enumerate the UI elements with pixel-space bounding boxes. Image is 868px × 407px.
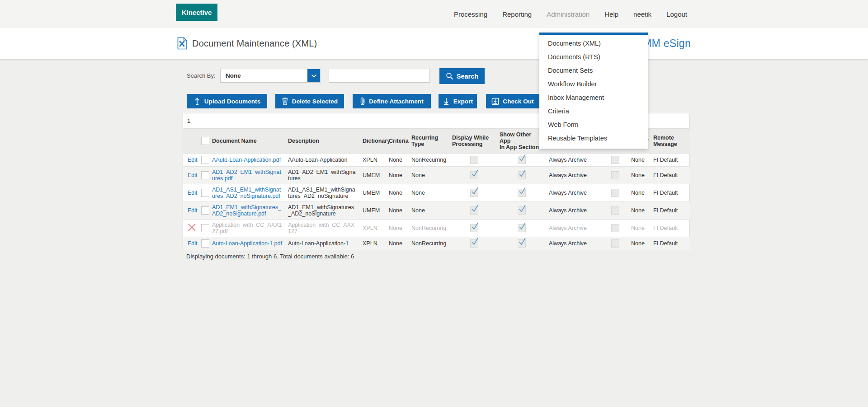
checked-indicator [518, 189, 526, 197]
unchecked-indicator [611, 156, 619, 164]
cell-action: Edit [183, 184, 199, 202]
cell-dictionary: XPLN [361, 154, 387, 167]
cell-select [199, 202, 209, 220]
kinective-logo: Kinective [176, 4, 217, 21]
check-out-icon [491, 98, 499, 105]
cell-flag [604, 167, 627, 184]
cell-remote-message: FI Default [651, 154, 690, 167]
cell-remote-message: FI Default [651, 184, 690, 202]
cell-dictionary: UMEM [361, 184, 387, 202]
admin-menu-item-inbox-management[interactable]: Inbox Management [539, 91, 648, 104]
search-by-selected-value: None [221, 72, 307, 79]
nav-link-logout[interactable]: Logout [666, 10, 687, 18]
cell-criteria: None [387, 237, 410, 250]
cell-display-while-processing [450, 167, 498, 184]
delete-selected-button[interactable]: Delete Selected [275, 94, 344, 108]
cell-display-while-processing [450, 154, 498, 167]
header-remote-message: Remote Message [651, 129, 690, 154]
results-summary: Displaying documents: 1 through 6. Total… [186, 253, 354, 260]
row-checkbox[interactable] [201, 224, 209, 232]
checked-indicator [470, 224, 478, 232]
admin-menu-item-workflow-builder[interactable]: Workflow Builder [539, 77, 648, 91]
edit-link[interactable]: Edit [188, 172, 198, 178]
cell-show-other-app [498, 237, 545, 250]
row-checkbox[interactable] [201, 156, 209, 164]
nav-link-help[interactable]: Help [604, 10, 618, 18]
edit-link[interactable]: Edit [188, 190, 198, 196]
select-all-checkbox[interactable] [201, 137, 209, 145]
nav-link-administration[interactable]: Administration [547, 10, 590, 18]
unchecked-indicator [611, 171, 619, 179]
page-header: Document Maintenance (XML) IMM eSign [0, 28, 868, 59]
cell-remote-message: FI Default [651, 220, 690, 237]
cell-remote-message: FI Default [651, 237, 690, 250]
cell-document-name: AD1_EM1_withSignatures_AD2_noSignature.p… [209, 202, 286, 220]
admin-menu-item-web-form[interactable]: Web Form [539, 118, 648, 131]
cell-show-other-app [498, 220, 545, 237]
cell-select [199, 237, 209, 250]
search-by-label: Search By: [187, 68, 216, 84]
cell-description: AD1_AS1_EM1_withSignatures_AD2_noSignatu… [286, 184, 361, 202]
row-checkbox[interactable] [201, 171, 209, 179]
checked-indicator [518, 156, 526, 164]
document-name-link[interactable]: Auto-Loan-Application-1.pdf [212, 240, 282, 247]
cell-archive: Always Archive [545, 202, 604, 220]
table-row: EditAAuto-Loan-Application.pdfAAuto-Loan… [183, 154, 690, 167]
header-criteria: Criteria [387, 129, 410, 154]
define-attachment-button[interactable]: Define Attachment [353, 94, 431, 108]
cell-description: AD1_AD2_EM1_withSignatures [286, 167, 361, 184]
search-button[interactable]: Search [439, 68, 485, 84]
table-row: EditAD1_AS1_EM1_withSignatures_AD2_noSig… [183, 184, 690, 202]
document-name-link[interactable]: Application_with_CC_AXX127.pdf [212, 222, 282, 234]
document-name-link[interactable]: AD1_EM1_withSignatures_AD2_noSignature.p… [212, 204, 281, 217]
page-title: Document Maintenance (XML) [192, 38, 317, 49]
document-name-link[interactable]: AAuto-Loan-Application.pdf [212, 157, 281, 163]
cell-select [199, 220, 209, 237]
row-checkbox[interactable] [201, 239, 209, 248]
check-out-button[interactable]: Check Out [486, 94, 539, 108]
cell-recurring-type: NonRecurring [410, 237, 450, 250]
cell-flag [604, 220, 627, 237]
unchecked-indicator [611, 224, 619, 232]
cell-display-while-processing [450, 202, 498, 220]
admin-menu-item-reusable-templates[interactable]: Reusable Templates [539, 131, 648, 145]
checked-indicator [518, 239, 526, 248]
header-action [183, 129, 199, 154]
row-checkbox[interactable] [201, 189, 209, 197]
header-dictionary: Dictionary [361, 129, 387, 154]
edit-link[interactable]: Edit [188, 157, 198, 163]
cell-action: Edit [183, 237, 199, 250]
paperclip-icon [360, 97, 365, 106]
table-row: Application_with_CC_AXX127.pdfApplicatio… [183, 220, 690, 237]
admin-menu-item-documents-xml[interactable]: Documents (XML) [539, 37, 648, 50]
checked-indicator [470, 239, 478, 248]
edit-link[interactable]: Edit [188, 207, 198, 214]
admin-menu-item-document-sets[interactable]: Document Sets [539, 64, 648, 77]
cell-description: AD1_EM1_withSignatures_AD2_noSignature [286, 202, 361, 220]
export-button[interactable]: Export [439, 94, 477, 108]
admin-menu-item-documents-rts[interactable]: Documents (RTS) [539, 50, 648, 64]
download-icon [443, 97, 450, 105]
search-input[interactable] [329, 69, 430, 83]
upload-documents-button[interactable]: Upload Documents [187, 94, 267, 108]
unchecked-indicator [611, 206, 619, 215]
table-row: EditAD1_EM1_withSignatures_AD2_noSignatu… [183, 202, 690, 220]
admin-menu-item-criteria[interactable]: Criteria [539, 104, 648, 118]
header-description: Description [286, 129, 361, 154]
nav-link-processing[interactable]: Processing [454, 10, 487, 18]
edit-link[interactable]: Edit [188, 240, 198, 247]
checked-indicator [470, 189, 478, 197]
row-checkbox[interactable] [201, 206, 209, 215]
cell-criteria: None [387, 184, 410, 202]
cell-criteria: None [387, 220, 410, 237]
chevron-down-icon[interactable] [307, 69, 320, 82]
cell-show-other-app [498, 202, 545, 220]
nav-link-neetik[interactable]: neetik [633, 10, 651, 18]
checked-indicator [518, 224, 526, 232]
document-name-link[interactable]: AD1_AS1_EM1_withSignatures_AD2_noSignatu… [212, 187, 281, 199]
cell-remote-message: FI Default [651, 167, 690, 184]
nav-link-reporting[interactable]: Reporting [502, 10, 532, 18]
search-by-select[interactable]: None [220, 69, 321, 83]
cell-col-r: None [627, 184, 651, 202]
document-name-link[interactable]: AD1_AD2_EM1_withSignatures.pdf [212, 169, 281, 182]
